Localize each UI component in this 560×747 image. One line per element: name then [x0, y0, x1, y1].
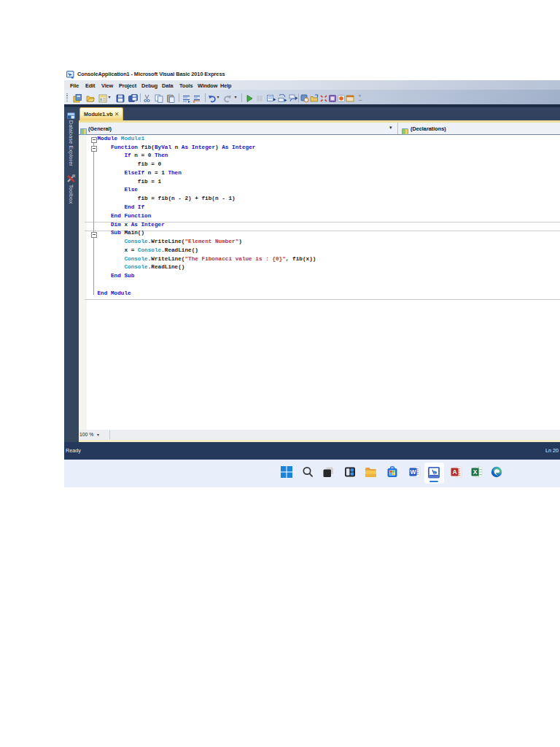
svg-text:X: X: [473, 468, 478, 476]
svg-text:A: A: [452, 468, 456, 476]
svg-text:W: W: [410, 468, 416, 476]
